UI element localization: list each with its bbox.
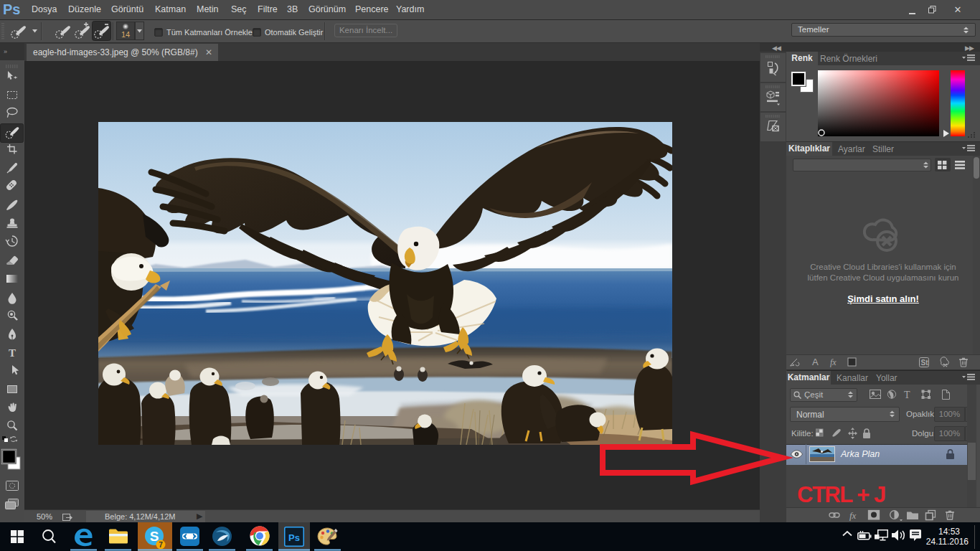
svg-text:T: T xyxy=(904,390,910,400)
svg-text:Ps: Ps xyxy=(288,532,300,543)
svg-text:14: 14 xyxy=(121,30,130,39)
svg-text:T: T xyxy=(9,347,16,359)
svg-text:24.11.2016: 24.11.2016 xyxy=(926,537,969,547)
svg-text:fx: fx xyxy=(830,357,837,367)
svg-text:fx: fx xyxy=(849,510,857,521)
svg-text:A: A xyxy=(812,357,819,367)
svg-text:14:53: 14:53 xyxy=(938,527,960,537)
svg-text:7: 7 xyxy=(159,541,163,549)
svg-text:St: St xyxy=(921,359,929,367)
